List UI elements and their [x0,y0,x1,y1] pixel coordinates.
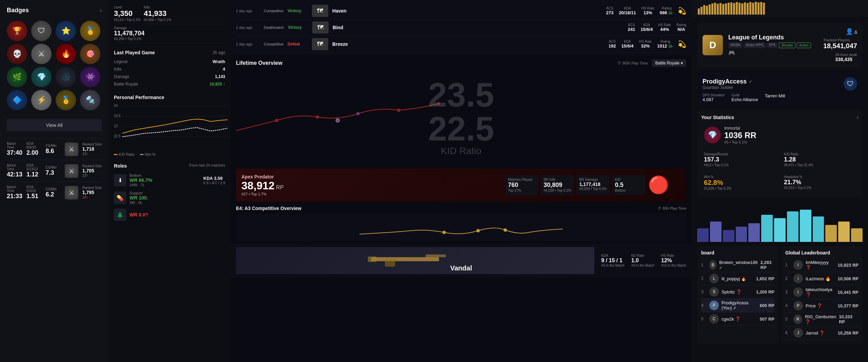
gm-result-2: Victory [288,25,308,30]
apex-stats-row: Matches Played 760 Top 17% BR Kills 30,8… [505,175,681,195]
svg-rect-26 [711,3,713,15]
glb-row-3: 3 t takeuchiselya ❓ 10,441 RP [785,285,859,299]
e4-chart [236,214,686,241]
win-percent-card: Win % 62.8% #1,636 • Top 5.3% [701,172,778,193]
bar-col [748,201,760,242]
your-stats-arrow[interactable]: › [857,114,859,120]
match-ranked-sub-2: 10↑ [82,173,102,177]
vandal-label: Vandal [450,264,472,272]
badge-item[interactable]: 💀 [7,44,27,64]
gm-hs-3: HS Rate 32% [639,40,652,49]
gm-rating-3: Rating 1012 16↑ [657,40,674,49]
glb-rp-6: 10,258 RP [838,330,859,336]
vandal-kd-label: KD Rate [631,254,654,258]
gold-chart-svg [697,2,765,15]
badge-item[interactable]: 🌑 [56,67,76,87]
kd-legend-dot [114,154,117,155]
match-cs-value-3: 6.2 [45,191,60,198]
last-played-time: 2h ago [213,50,225,55]
level-block: Level 3,350 #1114 • Top 0.1% [114,5,141,22]
peak-value: 338,435 [835,57,857,62]
badge-item[interactable]: 🥇 [80,21,100,41]
glb-avatar-1: I [793,260,803,270]
badges-arrow: › [100,7,102,14]
bottom-role-kda: KDA 3.59 [203,176,225,181]
svg-rect-32 [728,3,730,15]
gm-mode-3: Competitive [264,42,283,46]
ah-badge: Δ [854,30,857,35]
svg-rect-40 [749,2,751,15]
badge-item[interactable]: 🏅 [56,90,76,110]
svg-text:23: 23 [114,124,118,128]
main-layout: Badges › 🏆 🛡 ⭐ 🥇 💀 ⚔ 🔥 🎯 🌿 💎 🌑 👾 🔷 ⚡ 🏅 🔩… [0,0,868,362]
immortal-label: Immortal [724,126,756,131]
e4-time: ⏱ 65h Play Time [658,206,686,210]
badge-item[interactable]: 🔩 [80,90,100,110]
glb-name-3: takeuchiselya ❓ [806,287,835,297]
badge-item[interactable]: 🔥 [56,44,76,64]
glb-avatar-6: J [793,328,803,338]
lp-br-label: Battle Royale [114,82,138,87]
profile-title: Guardian Soldier [703,85,753,90]
last-played-title: Last Played Game [114,50,155,55]
lb-rank-4: 4 [701,303,707,308]
win-legend-dot [140,154,143,155]
bar-segment [748,223,760,242]
badge-item[interactable]: 🌿 [7,67,27,87]
game-tag-action: Action RPG [744,42,765,48]
match-time-label: Match Time [7,142,22,149]
badge-item[interactable]: 💎 [31,67,52,87]
badge-item[interactable]: 🏆 [7,21,27,41]
game-match-1[interactable]: 1 day ago Competitive Victory 🗺 Haven AC… [236,3,686,19]
immortal-icon: 💎 [704,127,721,144]
match-kda-value-3: 1.51 [26,193,41,200]
game-card: D League of Legends MOBA Action RPG FPS … [697,22,863,68]
badge-item[interactable]: 🛡 [31,21,52,41]
svg-rect-25 [709,4,711,15]
badge-item[interactable]: 👾 [80,67,100,87]
svg-rect-42 [755,2,757,15]
game-tag-action2: Action [797,42,811,48]
vandal-kda: KDA 9 / 15 / 1 #3 in the Match [601,254,624,267]
svg-point-8 [275,119,278,122]
kills-value: 41,933 [144,9,171,18]
damage-sub: #2,259 • Top 0.2% [114,37,225,41]
svg-rect-28 [717,4,719,15]
match-cs-value-2: 7.3 [45,169,60,176]
lifetime-mode[interactable]: Battle Royale ▾ [652,59,686,67]
lb-row-4: 4 P ProdigyAcess (You) ✓ 600 RP [701,299,774,312]
game-stats: 👤 Δ Tracked Players 18,541,047 24-hour p… [823,28,857,62]
gm-rating-1: Rating 998 12↑ [660,6,674,15]
badge-item[interactable]: ⚡ [31,90,52,110]
immortal-rank: #5 • Top 0.1% [724,140,756,144]
badge-item[interactable]: ⚔ [31,44,52,64]
game-match-3[interactable]: 1 day ago Competitive Defeat 🗺 Breeze AC… [236,36,686,53]
global-lb-title: Global Leaderboard [785,250,859,255]
badge-item[interactable]: 🎯 [80,44,100,64]
svg-point-16 [504,228,507,232]
win-legend-label: Win % [145,152,156,156]
apex-icon: 🔴 [648,175,681,195]
win-legend: Win % [140,152,156,156]
gm-stats-3: ACS 192 KDA 15/6/4 HS Rate 32% Rating 10… [609,40,674,49]
match-time-group-2: Match Time 42:13 [7,164,22,178]
vandal-hs: HS Rate 12% #12 in the Match [661,254,686,267]
bottom-role-name: Bottom [130,173,200,177]
game-match-2[interactable]: 1 day ago Deathmatch Victory 🗺 Bind ACS … [236,19,686,36]
lb-name-2: lil_poppyj 🔥 [722,276,753,281]
view-all-button[interactable]: View All [7,119,102,131]
gm-map-icon-1: 🗺 [312,5,328,17]
glb-rp-2: 10,506 RP [838,276,859,281]
svg-rect-30 [722,4,724,15]
svg-rect-19 [385,260,395,267]
svg-rect-22 [701,7,703,15]
gm-acs-3: ACS 192 [609,40,616,49]
damage-label: Damage [114,26,225,30]
badge-item[interactable]: 🔷 [7,90,27,110]
gm-time-3: 1 day ago [236,42,260,46]
lb-avatar-1: B [709,260,716,270]
match-time-label-3: Match Time [7,185,22,193]
badge-item[interactable]: ⭐ [56,21,76,41]
apex-rp: 38,912 [241,179,275,192]
glb-row-2: 2 i iLaziness 🔥 10,506 RP [785,272,859,285]
